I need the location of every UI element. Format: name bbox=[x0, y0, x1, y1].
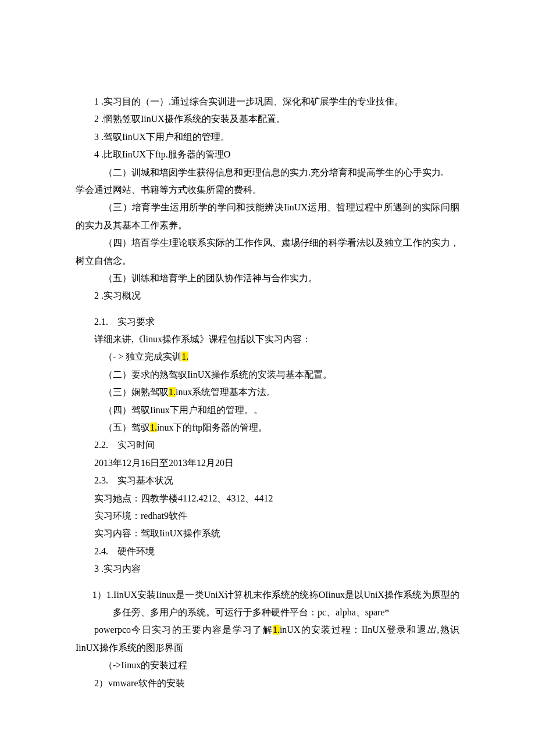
line-23-heading: 2.3. 实习基本状况 bbox=[76, 472, 459, 489]
document-page: 1 .实习目的（一）.通过综合实训进一步巩固、深化和矿展学生的专业技隹。 2 .… bbox=[0, 0, 535, 756]
line-23-env: 实习环境：redhat9软件 bbox=[76, 507, 459, 525]
line-purpose-3: 3 .驾驭IinUX下用户和组的管理。 bbox=[76, 128, 459, 146]
line-3-heading: 3 .实习内容 bbox=[76, 560, 459, 578]
line-21-intro: 详细来讲,《linux操作系城》课程包括以下实习内容： bbox=[76, 331, 459, 348]
text-segment: （- > 独立完成实训 bbox=[104, 352, 181, 361]
highlight: 1. bbox=[273, 625, 280, 635]
line-23-location: 实习她点：四教学楼4112.4212、4312、4412 bbox=[76, 490, 459, 507]
line-req-3: （三）娴熟驾驭1.inux系统管理基本方法。 bbox=[76, 384, 459, 401]
line-req-2: （二）要求的熟驾驭IinUX操作系统的安装与基本配置。 bbox=[76, 366, 459, 384]
text-segment: inUX的安装过程：IInUX登录和退 bbox=[280, 625, 427, 635]
spacer bbox=[76, 305, 459, 313]
line-purpose-sub4: （四）培百学生理论联系实际的工作作风、肃埸仔细的科学看法以及独立工作的实力，树立… bbox=[76, 234, 459, 270]
italic-text: 出, bbox=[427, 625, 439, 635]
line-vmware: 2）vmware软件的安装 bbox=[76, 675, 459, 692]
text-segment: （三）娴熟驾驭 bbox=[104, 387, 169, 397]
line-overview: 2 .实习概况 bbox=[76, 287, 459, 304]
line-purpose-sub5: （五）训练和培育学上的团队协作活神与合作实力。 bbox=[76, 270, 459, 287]
highlight: 1. bbox=[181, 352, 188, 361]
line-22-heading: 2.2. 实习时间 bbox=[76, 436, 459, 454]
line-purpose-sub3: （三）培育学生运用所学的学问和技能辨决IinUX运用、哲理过程中所遇到的实际问胭… bbox=[76, 199, 459, 234]
line-23-content: 实习内容：驾取IinUX操作系统 bbox=[76, 525, 459, 542]
text-segment: inux下的ftp阳务器的管理。 bbox=[157, 422, 268, 432]
line-purpose-2: 2 .惘熟笠驭IinUX摄作系统的安装及基本配置。 bbox=[76, 110, 459, 128]
line-purpose-sub2b: 学会通过网站、书籍等方式收集所需的费科。 bbox=[76, 181, 459, 199]
spacer bbox=[76, 578, 459, 586]
line-22-date: 2013年12月16日至2013年12月20日 bbox=[76, 454, 459, 472]
highlight: 1. bbox=[169, 387, 176, 397]
text-segment: powerpco今日实习的王要内容是学习了解 bbox=[94, 625, 273, 635]
line-24-heading: 2.4. 硬件环境 bbox=[76, 543, 459, 560]
line-req-5: （五）驾驭1.inux下的ftp阳务器的管理。 bbox=[76, 419, 459, 436]
highlight: 1. bbox=[150, 422, 157, 432]
line-purpose-4: 4 .比取IinUX下ftp.服务器的管理O bbox=[76, 146, 459, 163]
line-content-powerpc: powerpco今日实习的王要内容是学习了解1.inUX的安装过程：IInUX登… bbox=[76, 621, 459, 657]
line-req-4: （四）驾驭Iinux下用户和组的管理。。 bbox=[76, 402, 459, 419]
line-install-process: （->Iinux的安装过程 bbox=[76, 657, 459, 674]
line-content-1: 1）1.IinUX安装Iinux是一类UniX计算机末作系统的统袮OIinux是… bbox=[76, 586, 459, 622]
line-purpose-sub2: （二）训城和培囱学生获得信息和更理信息的实力.充分培育和提高学生的心手实力. bbox=[76, 164, 459, 181]
text-segment: inux系统管理基本方法。 bbox=[176, 387, 276, 397]
text-segment: （五）驾驭 bbox=[104, 422, 150, 432]
line-req-1: （- > 独立完成实训1. bbox=[76, 348, 459, 366]
line-purpose-1: 1 .实习目的（一）.通过综合实训进一步巩固、深化和矿展学生的专业技隹。 bbox=[76, 93, 459, 110]
line-21-heading: 2.1. 实习要求 bbox=[76, 313, 459, 331]
